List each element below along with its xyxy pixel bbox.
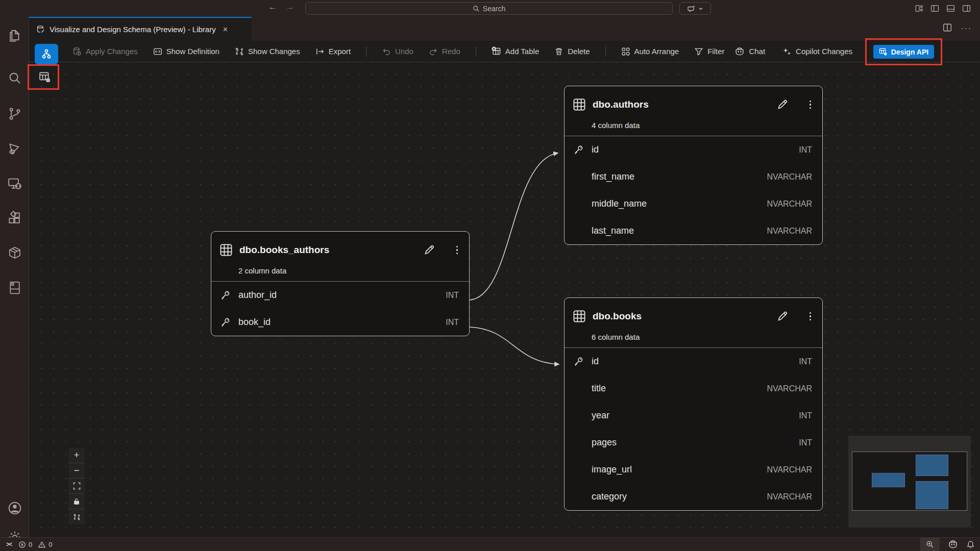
schema-view-button[interactable] [35,44,58,64]
copilot-chat-button[interactable] [679,2,711,15]
zoom-in-button[interactable]: + [68,448,85,463]
tab-visualize-design-schema[interactable]: Visualize and Design Schema (Preview) - … [29,17,252,41]
table-row[interactable]: first_name NVARCHAR [565,163,822,190]
customize-layout-icon[interactable] [915,4,923,13]
apply-changes-icon [72,47,82,56]
table-menu-icon[interactable] [456,246,458,255]
edit-pencil-icon[interactable] [423,244,435,256]
table-row[interactable]: image_url NVARCHAR [565,456,822,483]
lock-button[interactable] [68,494,85,509]
primary-key-icon [573,356,592,367]
edit-pencil-icon[interactable] [776,98,789,111]
show-definition-button[interactable]: Show Definition [153,47,219,56]
table-card-authors[interactable]: dbo.authors 4 column data id INT first_n… [564,86,823,245]
column-name: image_url [592,464,767,475]
table-subtitle: 6 column data [565,330,822,348]
split-editor-icon[interactable] [943,23,952,32]
explorer-icon[interactable] [0,28,29,43]
schema-designer-icon [36,25,45,34]
filter-label: Filter [707,47,724,56]
edge-books-authors-to-authors [470,153,558,300]
relayout-button[interactable] [68,509,85,524]
container-cube-icon[interactable] [0,245,29,261]
column-type: INT [446,291,459,300]
minimap-node-books-authors [872,473,905,487]
apply-changes-button[interactable]: Apply Changes [72,47,138,56]
activity-bar [0,17,29,537]
run-debug-icon[interactable] [0,141,29,156]
table-card-books-authors[interactable]: dbo.books_authors 2 column data author_i… [211,231,470,336]
column-name: pages [592,437,799,448]
undo-button[interactable]: Undo [382,47,413,56]
remote-explorer-icon[interactable] [0,176,29,191]
minimap-node-authors [916,455,948,476]
export-button[interactable]: Export [315,47,351,56]
statusbar-zoom-button[interactable] [920,538,940,551]
remote-indicator[interactable]: >< [6,541,11,548]
auto-arrange-label: Auto Arrange [634,47,679,56]
add-table-label: Add Table [505,47,539,56]
column-name: year [592,410,799,421]
table-row[interactable]: title NVARCHAR [565,375,822,402]
column-type: INT [799,438,812,447]
export-label: Export [329,47,351,56]
problems-indicator[interactable]: 0 0 [18,541,52,548]
back-arrow-button[interactable]: ← [266,2,279,12]
column-type: NVARCHAR [767,465,812,474]
toggle-secondary-sidebar-icon[interactable] [962,4,971,13]
minimap[interactable] [848,436,971,528]
schema-canvas[interactable]: dbo.authors 4 column data id INT first_n… [29,62,980,537]
show-definition-label: Show Definition [166,47,219,56]
column-name: first_name [592,171,767,182]
apply-changes-label: Apply Changes [86,47,138,56]
notifications-bell-icon[interactable] [966,540,975,549]
add-table-icon [492,46,501,56]
zoom-out-button[interactable]: − [68,463,85,479]
forward-arrow-button[interactable]: → [284,2,296,12]
filter-funnel-icon [694,47,703,56]
table-menu-icon[interactable] [810,101,812,109]
table-menu-icon[interactable] [810,312,812,321]
copilot-changes-button[interactable]: Copilot Changes [782,47,852,56]
database-project-icon[interactable] [0,280,29,295]
account-icon[interactable] [0,500,29,516]
search-sidebar-icon[interactable] [0,70,29,86]
auto-arrange-button[interactable]: Auto Arrange [621,47,679,56]
source-control-icon[interactable] [0,106,29,121]
statusbar-copilot-icon[interactable] [948,539,958,549]
table-row[interactable]: last_name NVARCHAR [565,217,822,244]
filter-button[interactable]: Filter [694,47,724,56]
more-actions-icon[interactable]: ··· [961,23,972,32]
table-row[interactable]: author_id INT [211,282,469,309]
table-row[interactable]: id INT [565,348,822,375]
add-table-button[interactable]: Add Table [492,46,539,56]
table-card-books[interactable]: dbo.books 6 column data id INT title NVA… [564,297,823,511]
primary-key-icon [219,290,238,301]
table-row[interactable]: middle_name NVARCHAR [565,190,822,217]
redo-button[interactable]: Redo [429,47,460,56]
toggle-primary-sidebar-icon[interactable] [930,4,939,13]
fit-view-button[interactable] [68,479,85,494]
search-icon [473,5,480,12]
design-api-button[interactable]: Design API [873,45,934,59]
toolbar-separator [366,46,366,57]
table-row[interactable]: id INT [565,136,822,163]
search-input[interactable]: Search [305,2,673,15]
annotation-box-table-designer [28,64,59,90]
show-changes-button[interactable]: Show Changes [235,47,300,56]
table-row[interactable]: year INT [565,402,822,429]
table-row[interactable]: book_id INT [211,309,469,336]
sparkle-icon [782,47,792,56]
table-row[interactable]: pages INT [565,429,822,456]
extensions-icon[interactable] [0,211,29,226]
export-icon [315,47,325,56]
toggle-panel-icon[interactable] [946,4,955,13]
column-name: title [592,383,767,394]
chat-button[interactable]: Chat [734,46,765,57]
table-row[interactable]: category NVARCHAR [565,483,822,510]
table-grid-icon [219,243,233,257]
delete-button[interactable]: Delete [554,47,590,56]
tab-close-icon[interactable]: × [223,26,228,34]
edit-pencil-icon[interactable] [776,310,789,322]
column-name: book_id [238,317,446,328]
